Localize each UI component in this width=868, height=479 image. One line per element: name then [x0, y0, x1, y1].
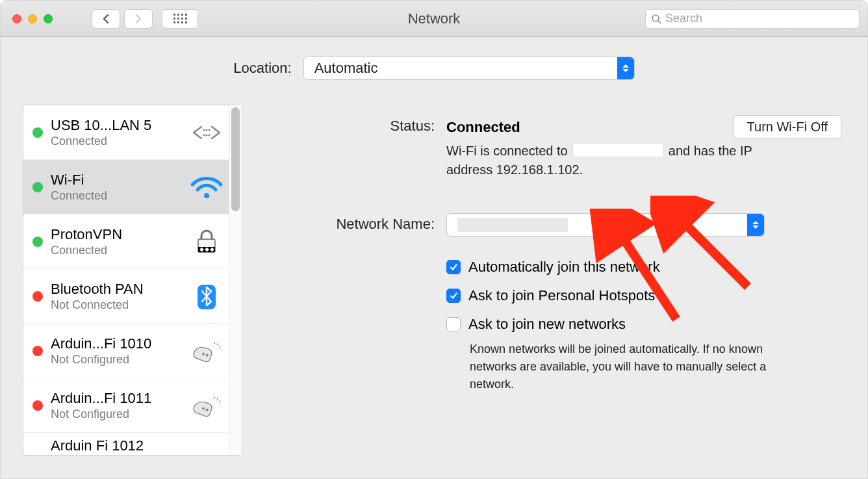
back-button[interactable] [92, 9, 120, 29]
network-item-arduino-1012[interactable]: Arduin Fi 1012 [23, 433, 242, 455]
checkbox-auto-join[interactable]: Automatically join this network [446, 259, 841, 276]
dropdown-stepper-icon [747, 214, 764, 236]
network-item-name: Arduin Fi 1012 [51, 437, 225, 455]
network-item-name: Bluetooth PAN [51, 280, 181, 298]
location-value: Automatic [314, 60, 378, 77]
status-dot-icon [32, 237, 43, 247]
status-dot-icon [32, 127, 43, 138]
network-item-bluetooth-pan[interactable]: Bluetooth PAN Not Connected [23, 269, 242, 324]
network-item-status: Not Configured [51, 407, 181, 422]
zoom-button[interactable] [44, 14, 53, 23]
checkbox-label: Ask to join new networks [468, 316, 626, 333]
svg-point-3 [205, 129, 207, 131]
location-dropdown[interactable]: Automatic [303, 57, 635, 80]
ethernet-icon [188, 118, 225, 148]
checkbox-ask-new[interactable]: Ask to join new networks [446, 316, 841, 333]
network-name-dropdown[interactable] [446, 213, 765, 237]
nav-buttons [92, 9, 153, 29]
window-traffic-lights [12, 14, 53, 23]
network-item-arduino-1011[interactable]: Arduin...Fi 1011 Not Configured [23, 378, 242, 433]
bluetooth-icon [188, 281, 225, 311]
svg-point-6 [205, 134, 207, 136]
minimize-button[interactable] [28, 14, 37, 23]
checkbox-icon [446, 260, 461, 274]
show-all-button[interactable] [162, 9, 198, 29]
network-item-status: Connected [51, 243, 181, 258]
help-text: Known networks will be joined automatica… [470, 341, 775, 393]
chevron-right-icon [134, 14, 143, 24]
close-button[interactable] [12, 14, 21, 23]
network-item-usb-lan[interactable]: USB 10...LAN 5 Connected [23, 105, 242, 160]
window-toolbar: Network [1, 1, 867, 37]
grid-icon [173, 14, 187, 23]
status-dot-icon [32, 291, 43, 302]
svg-line-1 [658, 21, 661, 23]
status-value: Connected [446, 119, 520, 136]
network-item-name: Wi-Fi [51, 171, 181, 189]
status-dot-icon [32, 400, 43, 411]
location-label: Location: [233, 60, 291, 77]
redacted-ssid [572, 143, 663, 157]
checkbox-icon [446, 317, 461, 331]
status-label: Status: [251, 115, 446, 135]
svg-point-4 [208, 129, 210, 131]
search-input[interactable] [665, 12, 854, 25]
checkbox-ask-hotspot[interactable]: Ask to join Personal Hotspots [446, 287, 841, 304]
network-item-arduino-1010[interactable]: Arduin...Fi 1010 Not Configured [23, 324, 242, 378]
network-item-name: Arduin...Fi 1011 [51, 389, 181, 408]
status-dot-icon [32, 182, 43, 192]
status-dot-icon [32, 346, 43, 356]
dropdown-stepper-icon [617, 57, 634, 79]
network-item-status: Not Configured [51, 352, 181, 367]
scroll-thumb[interactable] [231, 107, 240, 211]
chevron-left-icon [101, 14, 110, 24]
search-icon [651, 14, 661, 24]
wifi-icon [188, 172, 225, 202]
turn-wifi-off-button[interactable]: Turn Wi-Fi Off [734, 115, 841, 139]
status-description: Wi-Fi is connected to and has the IP add… [446, 142, 797, 179]
checkbox-label: Ask to join Personal Hotspots [468, 287, 655, 304]
svg-point-7 [208, 134, 210, 136]
modem-icon [188, 336, 225, 366]
window-title: Network [408, 10, 461, 27]
svg-point-5 [203, 134, 205, 136]
network-name-label: Network Name: [251, 213, 446, 233]
redacted-network-name [457, 218, 568, 232]
network-item-status: Not Connected [51, 298, 181, 313]
checkbox-icon [446, 289, 461, 303]
network-item-name: ProtonVPN [51, 226, 181, 244]
forward-button[interactable] [124, 9, 153, 29]
svg-point-2 [203, 129, 205, 131]
modem-icon [188, 391, 225, 421]
network-item-status: Connected [51, 188, 181, 203]
network-item-name: USB 10...LAN 5 [51, 116, 181, 135]
lock-icon [188, 227, 225, 257]
network-item-name: Arduin...Fi 1010 [51, 335, 181, 353]
checkbox-label: Automatically join this network [468, 259, 660, 276]
svg-point-8 [204, 193, 209, 198]
network-item-wifi[interactable]: Wi-Fi Connected [23, 160, 242, 214]
detail-pane: Status: Connected Turn Wi-Fi Off Wi-Fi i… [251, 105, 845, 456]
sidebar-scrollbar[interactable] [229, 105, 242, 455]
network-item-protonvpn[interactable]: ProtonVPN Connected [23, 214, 242, 269]
network-services-list: USB 10...LAN 5 Connected Wi-Fi Connected [23, 105, 242, 456]
search-field[interactable] [645, 9, 860, 29]
network-item-status: Connected [51, 134, 181, 149]
